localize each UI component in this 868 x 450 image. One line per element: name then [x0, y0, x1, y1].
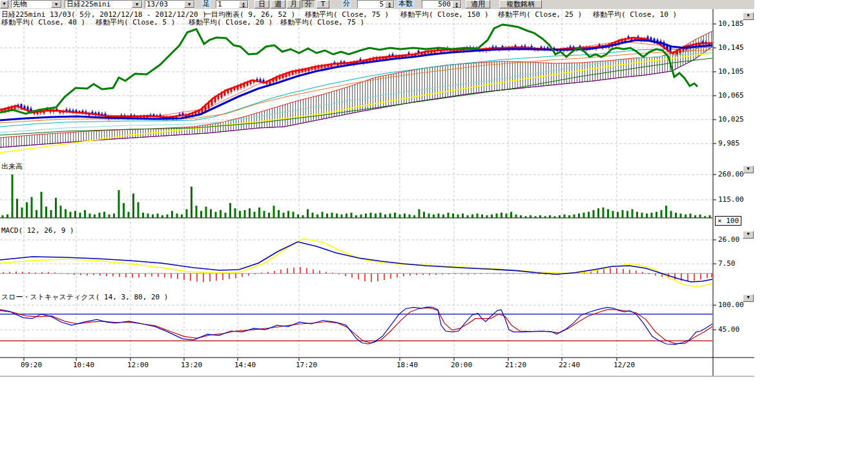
- panel-indicator-menu-button[interactable]: ▼: [743, 231, 754, 239]
- panel-indicator-menu-button[interactable]: ▼: [743, 166, 754, 173]
- chart-canvas: [0, 0, 868, 450]
- panel-indicator-menu-button[interactable]: ▼: [743, 294, 754, 302]
- chart-application-window: { "toolbar": { "edge_combo_arrow": "▼", …: [0, 0, 868, 450]
- panel-indicator-menu-button[interactable]: ▼: [743, 12, 754, 20]
